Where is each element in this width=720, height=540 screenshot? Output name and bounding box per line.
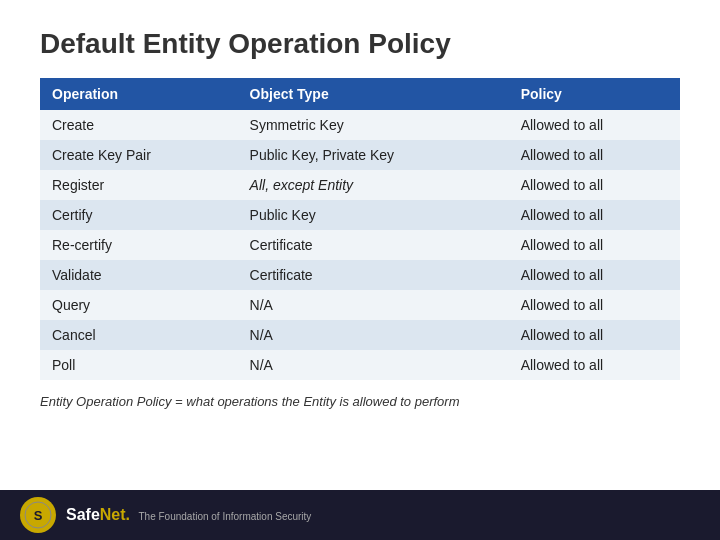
cell-object-type: N/A [238, 320, 509, 350]
table-header-row: Operation Object Type Policy [40, 78, 680, 110]
cell-operation: Re-certify [40, 230, 238, 260]
cell-operation: Poll [40, 350, 238, 380]
bottom-bar: S SafeNet. The Foundation of Information… [0, 490, 720, 540]
cell-object-type: N/A [238, 290, 509, 320]
cell-policy: Allowed to all [509, 200, 680, 230]
cell-policy: Allowed to all [509, 110, 680, 140]
logo-icon: S [20, 497, 56, 533]
cell-operation: Query [40, 290, 238, 320]
policy-table: Operation Object Type Policy CreateSymme… [40, 78, 680, 380]
col-header-object-type: Object Type [238, 78, 509, 110]
cell-operation: Create Key Pair [40, 140, 238, 170]
cell-operation: Register [40, 170, 238, 200]
cell-operation: Create [40, 110, 238, 140]
logo-tagline: The Foundation of Information Security [138, 511, 311, 522]
cell-policy: Allowed to all [509, 170, 680, 200]
table-row: CertifyPublic KeyAllowed to all [40, 200, 680, 230]
cell-object-type: N/A [238, 350, 509, 380]
col-header-policy: Policy [509, 78, 680, 110]
table-row: Create Key PairPublic Key, Private KeyAl… [40, 140, 680, 170]
footer-text: Entity Operation Policy = what operation… [40, 394, 680, 409]
policy-table-wrapper: Operation Object Type Policy CreateSymme… [40, 78, 680, 380]
cell-object-type: Certificate [238, 260, 509, 290]
cell-object-type: Public Key [238, 200, 509, 230]
col-header-operation: Operation [40, 78, 238, 110]
table-row: Re-certifyCertificateAllowed to all [40, 230, 680, 260]
cell-operation: Cancel [40, 320, 238, 350]
cell-operation: Certify [40, 200, 238, 230]
table-row: RegisterAll, except EntityAllowed to all [40, 170, 680, 200]
table-row: CancelN/AAllowed to all [40, 320, 680, 350]
cell-policy: Allowed to all [509, 230, 680, 260]
table-row: PollN/AAllowed to all [40, 350, 680, 380]
cell-operation: Validate [40, 260, 238, 290]
cell-policy: Allowed to all [509, 290, 680, 320]
cell-object-type: Certificate [238, 230, 509, 260]
cell-policy: Allowed to all [509, 140, 680, 170]
cell-object-type: All, except Entity [238, 170, 509, 200]
cell-object-type: Symmetric Key [238, 110, 509, 140]
cell-object-type: Public Key, Private Key [238, 140, 509, 170]
cell-policy: Allowed to all [509, 320, 680, 350]
table-row: QueryN/AAllowed to all [40, 290, 680, 320]
table-row: CreateSymmetric KeyAllowed to all [40, 110, 680, 140]
table-row: ValidateCertificateAllowed to all [40, 260, 680, 290]
logo-text: SafeNet. The Foundation of Information S… [66, 506, 311, 524]
cell-policy: Allowed to all [509, 350, 680, 380]
page-title: Default Entity Operation Policy [0, 0, 720, 78]
svg-text:S: S [34, 508, 43, 523]
cell-policy: Allowed to all [509, 260, 680, 290]
